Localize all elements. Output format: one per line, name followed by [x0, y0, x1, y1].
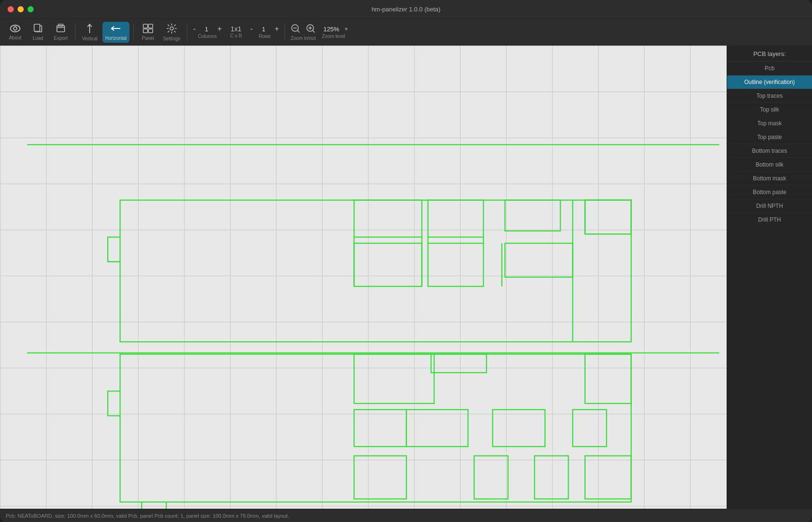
- layers-list: PcbOutline (verification)Top tracesTop s…: [727, 62, 812, 227]
- svg-rect-28: [493, 410, 545, 447]
- svg-rect-15: [505, 200, 561, 231]
- layer-item-top-mask[interactable]: Top mask: [727, 117, 812, 130]
- svg-rect-14: [428, 200, 483, 237]
- zoom-inout-group: Zoom in/out: [289, 24, 317, 41]
- svg-point-9: [170, 27, 173, 30]
- zoom-out-button[interactable]: [289, 24, 302, 35]
- panel-title: PCB layers:: [727, 46, 812, 62]
- svg-rect-2: [34, 24, 40, 31]
- svg-rect-12: [120, 200, 631, 342]
- layer-item-bottom-paste[interactable]: Bottom paste: [727, 186, 812, 199]
- svg-rect-32: [535, 456, 568, 499]
- zoom-dropdown-icon[interactable]: ▾: [345, 26, 348, 32]
- pcb-outline-svg: [0, 46, 727, 509]
- layer-item-pcb[interactable]: Pcb: [727, 62, 812, 75]
- eye-icon: [10, 24, 20, 34]
- svg-rect-31: [474, 456, 508, 499]
- columns-value: 1: [199, 26, 213, 33]
- main-layout: PCB layers: PcbOutline (verification)Top…: [0, 46, 812, 509]
- svg-rect-33: [585, 456, 631, 499]
- panel-label: Panel: [142, 36, 154, 41]
- svg-rect-24: [354, 354, 434, 403]
- svg-rect-25: [431, 354, 487, 373]
- zoom-in-button[interactable]: [304, 24, 317, 35]
- layer-item-bottom-traces[interactable]: Bottom traces: [727, 144, 812, 158]
- load-button[interactable]: Load: [28, 22, 48, 43]
- svg-rect-34: [585, 354, 631, 403]
- svg-rect-8: [148, 29, 153, 33]
- status-text: Pcb: NEAToBOARD, size: 100.0mm x 60.0mm,…: [6, 513, 289, 519]
- layer-item-bottom-silk[interactable]: Bottom silk: [727, 158, 812, 172]
- panel-button[interactable]: Panel: [138, 22, 158, 43]
- svg-rect-13: [354, 200, 422, 237]
- cxr-value: 1x1: [231, 26, 241, 32]
- layer-item-drill-pth[interactable]: Drill PTH: [727, 213, 812, 227]
- svg-rect-4: [58, 24, 63, 26]
- layer-item-drill-npth[interactable]: Drill NPTH: [727, 199, 812, 213]
- settings-icon: [166, 23, 177, 35]
- toolbar: About Load Export Vertical: [0, 18, 812, 46]
- svg-rect-5: [143, 24, 148, 28]
- svg-rect-27: [406, 410, 468, 447]
- columns-minus-button[interactable]: -: [191, 25, 197, 33]
- close-button[interactable]: [8, 6, 14, 12]
- maximize-button[interactable]: [28, 6, 34, 12]
- status-bar: Pcb: NEAToBOARD, size: 100.0mm x 60.0mm,…: [0, 509, 812, 522]
- vertical-button[interactable]: Vertical: [79, 21, 101, 43]
- svg-point-1: [14, 27, 17, 30]
- horizontal-label: Horizontal: [105, 36, 127, 41]
- layer-item-outline[interactable]: Outline (verification): [727, 75, 812, 89]
- load-icon: [33, 24, 43, 35]
- svg-point-0: [10, 25, 20, 32]
- svg-rect-16: [585, 200, 631, 234]
- layer-item-bottom-mask[interactable]: Bottom mask: [727, 172, 812, 186]
- export-icon: [56, 24, 65, 35]
- separator-4: [285, 24, 285, 41]
- svg-rect-26: [354, 410, 406, 447]
- settings-label: Settings: [163, 36, 180, 41]
- horizontal-button[interactable]: Horizontal: [102, 22, 129, 43]
- rows-label: Rows: [258, 34, 270, 39]
- separator-2: [133, 24, 134, 41]
- rows-value: 1: [257, 26, 271, 33]
- layer-item-top-traces[interactable]: Top traces: [727, 89, 812, 103]
- rows-minus-button[interactable]: -: [249, 25, 255, 33]
- columns-plus-button[interactable]: +: [215, 25, 223, 33]
- rows-group: - 1 + Rows: [249, 25, 281, 39]
- settings-button[interactable]: Settings: [160, 21, 183, 43]
- cxr-label: C x R: [230, 33, 242, 38]
- about-button[interactable]: About: [5, 22, 26, 42]
- minimize-button[interactable]: [18, 6, 24, 12]
- zoom-level-label: Zoom level: [322, 34, 345, 39]
- load-label: Load: [33, 36, 43, 41]
- layer-item-top-paste[interactable]: Top paste: [727, 130, 812, 144]
- vertical-label: Vertical: [82, 36, 98, 41]
- svg-rect-30: [354, 456, 406, 499]
- zoom-inout-label: Zoom in/out: [291, 36, 316, 41]
- svg-rect-3: [57, 26, 65, 32]
- layer-item-top-silk[interactable]: Top silk: [727, 103, 812, 117]
- vertical-icon: [85, 23, 94, 35]
- export-button[interactable]: Export: [50, 22, 71, 43]
- window-title: hm-panelizer 1.0.0 (beta): [371, 6, 440, 13]
- rows-plus-button[interactable]: +: [273, 25, 281, 33]
- title-bar: hm-panelizer 1.0.0 (beta): [0, 0, 812, 18]
- canvas-area[interactable]: [0, 46, 727, 509]
- svg-rect-17: [354, 243, 422, 287]
- right-panel: PCB layers: PcbOutline (verification)Top…: [727, 46, 812, 509]
- zoom-level-value: 125%: [319, 26, 343, 33]
- panel-icon: [143, 24, 153, 35]
- svg-rect-19: [505, 243, 573, 277]
- traffic-lights: [8, 6, 34, 12]
- cxr-display: 1x1 C x R: [226, 24, 247, 40]
- svg-rect-23: [120, 354, 631, 502]
- svg-rect-29: [572, 410, 606, 447]
- svg-rect-6: [148, 24, 153, 28]
- columns-label: Columns: [198, 34, 217, 39]
- zoom-level-group: 125% ▾ Zoom level: [319, 26, 348, 39]
- svg-rect-18: [428, 243, 483, 287]
- about-label: About: [9, 35, 21, 40]
- columns-group: - 1 + Columns: [191, 25, 224, 39]
- separator-1: [75, 24, 75, 41]
- horizontal-icon: [111, 24, 121, 35]
